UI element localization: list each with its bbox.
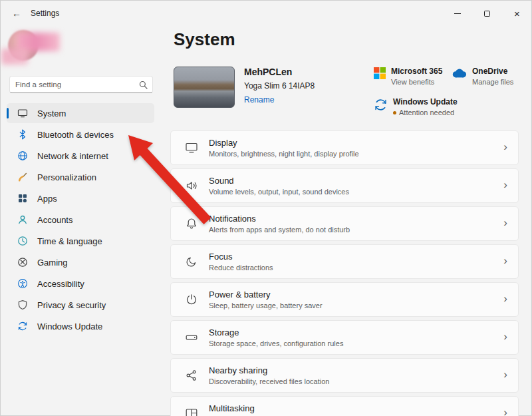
sidebar-item-label: Apps bbox=[37, 194, 57, 204]
attention-dot bbox=[393, 111, 396, 114]
sidebar-item-privacy-security[interactable]: Privacy & security bbox=[7, 295, 154, 315]
sidebar-item-apps[interactable]: Apps bbox=[7, 188, 154, 208]
sidebar-item-time-language[interactable]: Time & language bbox=[7, 231, 154, 251]
sidebar-item-bluetooth-devices[interactable]: Bluetooth & devices bbox=[7, 124, 154, 144]
chevron-right-icon: › bbox=[503, 406, 507, 416]
apps-icon bbox=[17, 193, 28, 204]
sidebar-item-label: Gaming bbox=[37, 258, 68, 268]
sidebar-item-label: Windows Update bbox=[37, 321, 102, 331]
card-title: Multitasking bbox=[209, 403, 339, 413]
storage-icon bbox=[185, 331, 198, 344]
maximize-button[interactable] bbox=[472, 0, 502, 27]
personalization-icon bbox=[17, 172, 28, 182]
gaming-icon bbox=[17, 257, 28, 268]
sidebar-item-windows-update[interactable]: Windows Update bbox=[7, 316, 154, 336]
accounts-icon bbox=[17, 214, 28, 225]
sidebar-item-personalization[interactable]: Personalization bbox=[7, 167, 154, 187]
sidebar-item-system[interactable]: System bbox=[7, 103, 154, 123]
card-title: Notifications bbox=[209, 214, 350, 224]
chevron-right-icon: › bbox=[503, 216, 507, 230]
accessibility-icon bbox=[17, 278, 28, 289]
sidebar-item-label: Time & language bbox=[37, 236, 102, 246]
power-battery-icon bbox=[185, 293, 198, 306]
status-subtitle: Attention needed bbox=[399, 108, 454, 116]
card-subtitle: Alerts from apps and system, do not dist… bbox=[209, 226, 350, 234]
sidebar-item-label: System bbox=[37, 108, 66, 118]
sidebar: System Bluetooth & devices Network & int… bbox=[0, 27, 163, 416]
back-button[interactable]: ← bbox=[7, 4, 27, 23]
window-controls: × bbox=[442, 0, 532, 27]
card-subtitle: Storage space, drives, configuration rul… bbox=[209, 339, 343, 347]
chevron-right-icon: › bbox=[503, 178, 507, 192]
close-button[interactable]: × bbox=[502, 0, 532, 27]
maximize-icon bbox=[484, 11, 490, 17]
device-image bbox=[174, 67, 235, 108]
rename-link[interactable]: Rename bbox=[244, 95, 274, 104]
minimize-icon bbox=[454, 13, 461, 14]
device-header: MehPCLen Yoga Slim 6 14IAP8 Rename Micro… bbox=[174, 65, 519, 112]
chevron-right-icon: › bbox=[503, 254, 507, 268]
windows-update-status[interactable]: Windows Update Attention needed bbox=[374, 97, 458, 116]
sidebar-item-accessibility[interactable]: Accessibility bbox=[7, 274, 154, 294]
onedrive-cloud-icon bbox=[451, 67, 467, 79]
time-language-icon bbox=[17, 236, 28, 246]
settings-card-storage[interactable]: Storage Storage space, drives, configura… bbox=[170, 320, 519, 355]
onedrive-status[interactable]: OneDrive Manage files bbox=[451, 67, 513, 86]
settings-card-multitasking[interactable]: Multitasking Snap windows, desktops, tas… bbox=[170, 396, 519, 416]
sidebar-item-network-internet[interactable]: Network & internet bbox=[7, 146, 154, 166]
settings-card-nearby-sharing[interactable]: Nearby sharing Discoverability, received… bbox=[170, 358, 519, 393]
notifications-icon bbox=[185, 217, 198, 230]
card-title: Sound bbox=[209, 176, 349, 186]
chevron-right-icon: › bbox=[503, 368, 507, 381]
status-subtitle[interactable]: Manage files bbox=[472, 78, 513, 86]
status-subtitle[interactable]: View benefits bbox=[391, 78, 442, 86]
card-subtitle: Sleep, battery usage, battery saver bbox=[209, 302, 323, 310]
device-info: MehPCLen Yoga Slim 6 14IAP8 Rename bbox=[244, 67, 315, 105]
redacted-smudge bbox=[1, 49, 28, 65]
microsoft-365-status[interactable]: Microsoft 365 View benefits bbox=[374, 67, 442, 86]
settings-card-list: Display Monitors, brightness, night ligh… bbox=[170, 130, 519, 416]
search-icon bbox=[139, 81, 148, 89]
windows-update-icon bbox=[374, 98, 388, 112]
sidebar-item-accounts[interactable]: Accounts bbox=[7, 210, 154, 230]
network-icon bbox=[17, 150, 28, 161]
settings-card-display[interactable]: Display Monitors, brightness, night ligh… bbox=[170, 130, 519, 165]
card-subtitle: Monitors, brightness, night light, displ… bbox=[209, 150, 359, 158]
chevron-right-icon: › bbox=[503, 330, 507, 343]
card-title: Nearby sharing bbox=[209, 365, 329, 375]
privacy-security-icon bbox=[17, 300, 28, 310]
sidebar-item-label: Accounts bbox=[37, 215, 72, 225]
sidebar-item-label: Privacy & security bbox=[37, 300, 106, 310]
focus-icon bbox=[185, 255, 198, 268]
sidebar-nav: System Bluetooth & devices Network & int… bbox=[7, 103, 154, 337]
card-title: Power & battery bbox=[209, 290, 323, 300]
sound-icon bbox=[185, 179, 198, 192]
windows-update-icon bbox=[17, 321, 28, 331]
card-subtitle: Discoverability, received files location bbox=[209, 377, 329, 385]
sidebar-item-label: Bluetooth & devices bbox=[37, 130, 114, 140]
settings-card-focus[interactable]: Focus Reduce distractions › bbox=[170, 244, 519, 279]
card-title: Display bbox=[209, 138, 359, 148]
selected-indicator bbox=[7, 108, 9, 118]
system-icon bbox=[17, 108, 28, 118]
sidebar-item-label: Network & internet bbox=[37, 151, 108, 161]
search-box[interactable] bbox=[9, 76, 153, 93]
minimize-button[interactable] bbox=[442, 0, 472, 27]
sidebar-item-label: Personalization bbox=[37, 172, 96, 182]
settings-window: ← Settings × System bbox=[0, 0, 532, 416]
page-title: System bbox=[174, 29, 235, 50]
settings-card-power-battery[interactable]: Power & battery Sleep, battery usage, ba… bbox=[170, 282, 519, 317]
multitasking-icon bbox=[185, 407, 198, 416]
search-input[interactable] bbox=[10, 77, 134, 93]
back-icon: ← bbox=[12, 8, 21, 19]
status-title: Microsoft 365 bbox=[391, 67, 442, 76]
device-model: Yoga Slim 6 14IAP8 bbox=[244, 81, 315, 91]
settings-card-sound[interactable]: Sound Volume levels, output, input, soun… bbox=[170, 168, 519, 203]
device-name: MehPCLen bbox=[244, 67, 315, 77]
display-icon bbox=[185, 141, 198, 154]
card-title: Storage bbox=[209, 327, 343, 337]
chevron-right-icon: › bbox=[503, 140, 507, 154]
nearby-sharing-icon bbox=[185, 369, 198, 382]
settings-card-notifications[interactable]: Notifications Alerts from apps and syste… bbox=[170, 206, 519, 241]
sidebar-item-gaming[interactable]: Gaming bbox=[7, 252, 154, 272]
